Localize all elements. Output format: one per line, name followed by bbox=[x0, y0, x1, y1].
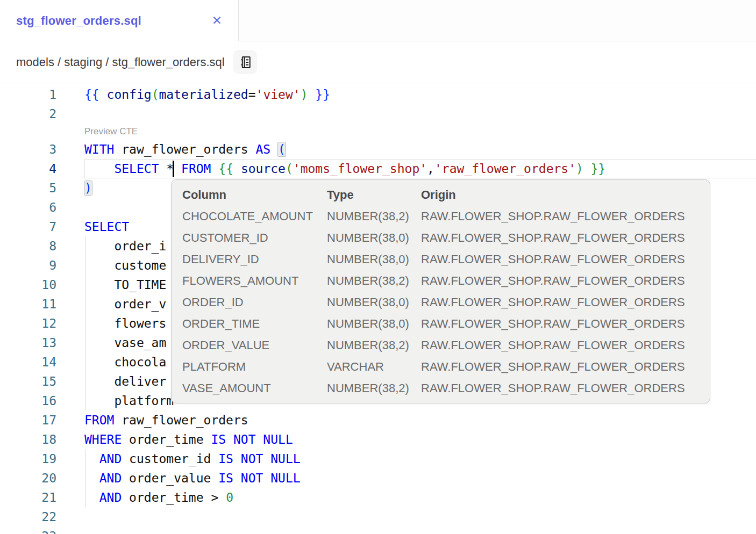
code-line-17: 17FROM raw_flower_orders bbox=[0, 410, 756, 430]
code-text[interactable]: AND customer_id IS NOT NULL bbox=[84, 449, 756, 468]
code-token bbox=[583, 162, 591, 176]
code-token bbox=[159, 162, 166, 176]
popup-cell-column: DELIVERY_ID bbox=[182, 252, 327, 266]
popup-cell-column: ORDER_ID bbox=[182, 295, 327, 309]
code-token: SELECT bbox=[114, 162, 159, 176]
code-token: order_time bbox=[122, 490, 211, 504]
line-number: 12 bbox=[0, 314, 56, 333]
popup-cell-origin: RAW.FLOWER_SHOP.RAW_FLOWER_ORDERS bbox=[421, 252, 700, 266]
popup-cell-column: FLOWERS_AMOUNT bbox=[182, 274, 327, 288]
code-line-1: 1{{ config(materialized='view') }} bbox=[0, 85, 756, 104]
popup-cell-column: ORDER_VALUE bbox=[182, 338, 327, 352]
code-token: IS NOT NULL bbox=[211, 432, 293, 446]
code-text[interactable]: {{ config(materialized='view') }} bbox=[84, 85, 756, 104]
line-number: 4 bbox=[0, 159, 56, 178]
code-token: platform bbox=[84, 394, 174, 408]
code-text[interactable] bbox=[84, 526, 756, 534]
popup-cell-type: NUMBER(38,2) bbox=[327, 274, 421, 288]
popup-cell-origin: RAW.FLOWER_SHOP.RAW_FLOWER_ORDERS bbox=[421, 338, 700, 352]
popup-header-type: Type bbox=[327, 188, 421, 202]
code-token bbox=[99, 88, 107, 102]
line-number: 17 bbox=[0, 410, 56, 430]
matched-bracket: ) bbox=[84, 181, 92, 195]
code-token: SELECT bbox=[84, 220, 129, 234]
popup-cell-column: PLATFORM bbox=[182, 360, 327, 374]
popup-cell-type: NUMBER(38,2) bbox=[327, 210, 421, 223]
popup-cell-type: NUMBER(38,0) bbox=[327, 295, 421, 309]
line-number: 3 bbox=[0, 140, 56, 159]
code-text[interactable]: SELECT * FROM {{ source('moms_flower_sho… bbox=[84, 159, 756, 178]
tab-stg-flower-orders[interactable]: stg_flower_orders.sql ✕ bbox=[0, 0, 239, 41]
popup-cell-type: VARCHAR bbox=[327, 360, 421, 374]
code-text[interactable]: WITH raw_flower_orders AS ( bbox=[84, 140, 756, 159]
code-line-21: 21 AND order_time > 0 bbox=[0, 488, 756, 507]
code-text[interactable]: WHERE order_time IS NOT NULL bbox=[84, 430, 756, 449]
code-token bbox=[84, 490, 99, 504]
code-line-20: 20 AND order_value IS NOT NULL bbox=[0, 468, 756, 488]
code-token: flowers bbox=[84, 316, 166, 330]
code-token: chocola bbox=[84, 355, 166, 369]
code-token: ) bbox=[301, 88, 308, 102]
line-number: 21 bbox=[0, 488, 56, 507]
code-token bbox=[84, 471, 99, 485]
code-lens-preview-cte[interactable]: Preview CTE bbox=[0, 124, 756, 140]
popup-cell-origin: RAW.FLOWER_SHOP.RAW_FLOWER_ORDERS bbox=[421, 295, 700, 309]
column-info-table: ColumnTypeOriginCHOCOLATE_AMOUNTNUMBER(3… bbox=[182, 184, 700, 399]
code-token: customer_id bbox=[122, 452, 218, 466]
code-token: order_i bbox=[84, 239, 166, 253]
code-token bbox=[233, 162, 241, 176]
code-token: IS NOT NULL bbox=[218, 452, 300, 466]
code-token: WHERE bbox=[84, 432, 122, 446]
line-number: 23 bbox=[0, 526, 56, 534]
code-token: }} bbox=[591, 162, 606, 176]
code-text[interactable]: FROM raw_flower_orders bbox=[84, 410, 756, 430]
code-token: AND bbox=[99, 452, 122, 466]
breadcrumb[interactable]: models / staging / stg_flower_orders.sql bbox=[16, 55, 225, 69]
code-line-4: 4 SELECT * FROM {{ source('moms_flower_s… bbox=[0, 159, 756, 178]
code-line-18: 18WHERE order_time IS NOT NULL bbox=[0, 430, 756, 449]
line-number: 7 bbox=[0, 217, 56, 236]
popup-cell-origin: RAW.FLOWER_SHOP.RAW_FLOWER_ORDERS bbox=[421, 381, 700, 395]
line-number: 16 bbox=[0, 391, 56, 410]
line-number: 1 bbox=[0, 85, 56, 104]
code-line-19: 19 AND customer_id IS NOT NULL bbox=[0, 449, 756, 468]
popup-cell-origin: RAW.FLOWER_SHOP.RAW_FLOWER_ORDERS bbox=[421, 360, 700, 374]
popup-cell-type: NUMBER(38,0) bbox=[327, 231, 421, 245]
popup-cell-column: CUSTOMER_ID bbox=[182, 231, 327, 245]
code-token: deliver bbox=[84, 374, 166, 388]
code-token bbox=[84, 162, 114, 176]
tab-close-icon[interactable]: ✕ bbox=[212, 15, 222, 27]
code-token: ( bbox=[152, 88, 159, 102]
notebook-button[interactable] bbox=[233, 50, 257, 74]
code-line-23: 23 bbox=[0, 526, 756, 534]
code-token bbox=[211, 162, 218, 176]
code-token: 'view' bbox=[256, 88, 301, 102]
code-token: FROM bbox=[181, 162, 211, 176]
column-info-popup: ColumnTypeOriginCHOCOLATE_AMOUNTNUMBER(3… bbox=[171, 179, 710, 403]
code-token: = bbox=[248, 88, 256, 102]
code-token: TO_TIME bbox=[84, 278, 166, 292]
popup-cell-origin: RAW.FLOWER_SHOP.RAW_FLOWER_ORDERS bbox=[421, 274, 700, 288]
code-token: 'moms_flower_shop' bbox=[293, 162, 427, 176]
code-token: raw_flower_orders bbox=[114, 142, 255, 156]
tab-strip-empty-area bbox=[239, 0, 756, 41]
popup-cell-origin: RAW.FLOWER_SHOP.RAW_FLOWER_ORDERS bbox=[421, 231, 700, 245]
code-token: {{ bbox=[84, 88, 99, 102]
notebook-icon bbox=[238, 55, 253, 70]
code-text[interactable]: AND order_time > 0 bbox=[84, 488, 756, 507]
popup-header-column: Column bbox=[182, 188, 327, 202]
code-line-2: 2 bbox=[0, 104, 756, 124]
code-line-3: 3WITH raw_flower_orders AS ( bbox=[0, 140, 756, 159]
code-text[interactable] bbox=[84, 104, 756, 124]
line-number: 9 bbox=[0, 256, 56, 275]
code-token: order_value bbox=[122, 471, 218, 485]
code-text[interactable]: AND order_value IS NOT NULL bbox=[84, 468, 756, 488]
popup-cell-origin: RAW.FLOWER_SHOP.RAW_FLOWER_ORDERS bbox=[421, 210, 700, 223]
code-token: vase_am bbox=[84, 336, 166, 350]
code-token: materialized bbox=[159, 88, 248, 102]
line-number: 19 bbox=[0, 449, 56, 468]
popup-cell-origin: RAW.FLOWER_SHOP.RAW_FLOWER_ORDERS bbox=[421, 317, 700, 331]
code-text[interactable] bbox=[84, 507, 756, 526]
line-number: 13 bbox=[0, 333, 56, 352]
code-token: ) bbox=[576, 162, 583, 176]
